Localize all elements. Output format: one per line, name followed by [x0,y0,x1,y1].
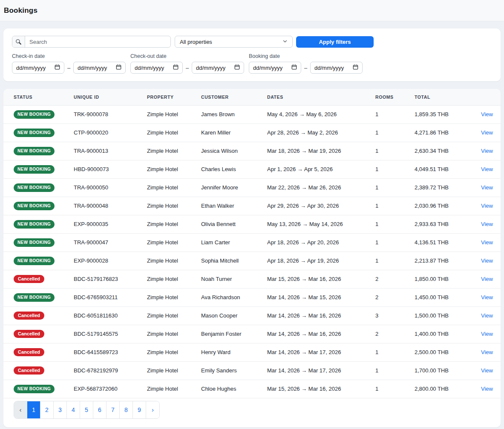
dates-cell: Apr 1, 2026 → Apr 5, 2026 [267,160,375,178]
pagination-prev-button[interactable]: ‹ [14,401,27,418]
status-cell: NEW BOOKING [3,197,74,215]
rooms-cell: 2 [375,325,415,343]
dates-cell: Mar 22, 2026 → Mar 26, 2026 [267,178,375,197]
bookings-table: StatusUnique IDPropertyCustomerDatesRoom… [3,89,501,398]
status-badge: NEW BOOKING [14,293,55,302]
status-cell: NEW BOOKING [3,288,74,306]
bookings-table-card: StatusUnique IDPropertyCustomerDatesRoom… [3,89,501,427]
table-row: NEW BOOKING TRA-9000013 Zimple Hotel Jes… [3,142,501,160]
page-button-6[interactable]: 6 [93,401,107,418]
view-cell: View [466,160,501,178]
table-header-row: StatusUnique IDPropertyCustomerDatesRoom… [3,89,501,105]
pagination-next-button[interactable]: › [146,401,159,418]
unique-id-cell: EXP-9000035 [74,215,147,233]
property-cell: Zimple Hotel [147,197,201,215]
dates-cell: May 13, 2026 → May 14, 2026 [267,215,375,233]
customer-cell: Mason Cooper [201,306,267,325]
checkin-date-from-input[interactable]: dd/mm/yyyy [12,62,64,74]
view-link[interactable]: View [481,349,493,355]
view-link[interactable]: View [481,257,493,264]
unique-id-cell: HBD-9000073 [74,160,147,178]
checkout-date-label: Check-out date [130,53,244,59]
rooms-cell: 1 [375,197,415,215]
unique-id-cell: TRA-9000047 [74,233,147,252]
page-button-2[interactable]: 2 [40,401,54,418]
dates-cell: Mar 14, 2026 → Mar 16, 2026 [267,325,375,343]
column-header: Dates [267,89,375,105]
checkout-date-to-input[interactable]: dd/mm/yyyy [192,62,244,74]
table-row: Cancelled BDC-6782192979 Zimple Hotel Em… [3,361,501,380]
status-cell: NEW BOOKING [3,215,74,233]
rooms-cell: 2 [375,288,415,306]
dates-cell: Mar 18, 2026 → Mar 19, 2026 [267,142,375,160]
total-cell: 1,700.00 THB [415,361,466,380]
view-link[interactable]: View [481,203,493,209]
rooms-cell: 3 [375,306,415,325]
calendar-icon [55,64,60,72]
calendar-icon [173,64,179,72]
unique-id-cell: TRA-9000048 [74,197,147,215]
column-header [466,89,501,105]
page-button-4[interactable]: 4 [67,401,80,418]
unique-id-cell: CTP-9000020 [74,123,147,142]
dates-cell: Apr 28, 2026 → May 2, 2026 [267,123,375,142]
view-cell: View [466,306,501,325]
rooms-cell: 1 [375,215,415,233]
status-cell: Cancelled [3,306,74,325]
filters-panel: All properties Apply filters Check-in da… [3,29,501,81]
table-row: NEW BOOKING CTP-9000020 Zimple Hotel Kar… [3,123,501,142]
view-link[interactable]: View [481,276,493,282]
page-button-7[interactable]: 7 [107,401,120,418]
page-button-5[interactable]: 5 [80,401,93,418]
booking-date-to-input[interactable]: dd/mm/yyyy [310,62,363,74]
rooms-cell: 1 [375,343,415,361]
status-cell: Cancelled [3,270,74,288]
dates-cell: May 4, 2026 → May 6, 2026 [267,105,375,123]
total-cell: 2,213.87 THB [415,252,466,270]
unique-id-cell: BDC-6415589723 [74,343,147,361]
table-row: NEW BOOKING TRA-9000047 Zimple Hotel Lia… [3,233,501,252]
page-header: Bookings [0,0,504,21]
property-cell: Zimple Hotel [147,105,201,123]
view-link[interactable]: View [481,184,493,191]
page-button-3[interactable]: 3 [54,401,67,418]
table-row: NEW BOOKING EXP-9000028 Zimple Hotel Sop… [3,252,501,270]
booking-date-from-input[interactable]: dd/mm/yyyy [249,62,301,74]
total-cell: 1,400.00 THB [415,325,466,343]
dates-cell: Apr 29, 2026 → Apr 30, 2026 [267,197,375,215]
page-button-8[interactable]: 8 [120,401,133,418]
view-link[interactable]: View [481,239,493,246]
view-link[interactable]: View [481,148,493,154]
status-cell: NEW BOOKING [3,160,74,178]
view-link[interactable]: View [481,129,493,136]
apply-filters-button[interactable]: Apply filters [296,36,374,48]
rooms-cell: 1 [375,233,415,252]
view-link[interactable]: View [481,331,493,337]
view-link[interactable]: View [481,367,493,374]
search-group[interactable] [12,36,171,48]
page-button-9[interactable]: 9 [133,401,146,418]
rooms-cell: 1 [375,361,415,380]
checkin-date-to-input[interactable]: dd/mm/yyyy [73,62,126,74]
checkout-date-from-input[interactable]: dd/mm/yyyy [130,62,183,74]
search-input[interactable] [25,36,170,47]
view-cell: View [466,105,501,123]
unique-id-cell: BDC-6051811630 [74,306,147,325]
view-link[interactable]: View [481,312,493,319]
property-cell: Zimple Hotel [147,306,201,325]
view-link[interactable]: View [481,386,493,392]
property-select[interactable]: All properties [175,36,293,48]
view-link[interactable]: View [481,221,493,227]
view-link[interactable]: View [481,166,493,172]
view-link[interactable]: View [481,294,493,300]
view-cell: View [466,178,501,197]
customer-cell: James Brown [201,105,267,123]
view-cell: View [466,343,501,361]
status-badge: NEW BOOKING [14,220,55,229]
total-cell: 2,030.96 THB [415,197,466,215]
page-title: Bookings [4,6,37,15]
status-badge: Cancelled [14,312,44,320]
page-button-1[interactable]: 1 [27,401,40,418]
view-link[interactable]: View [481,111,493,117]
booking-date-group: Booking date dd/mm/yyyy – dd/mm/yyyy [249,53,363,74]
